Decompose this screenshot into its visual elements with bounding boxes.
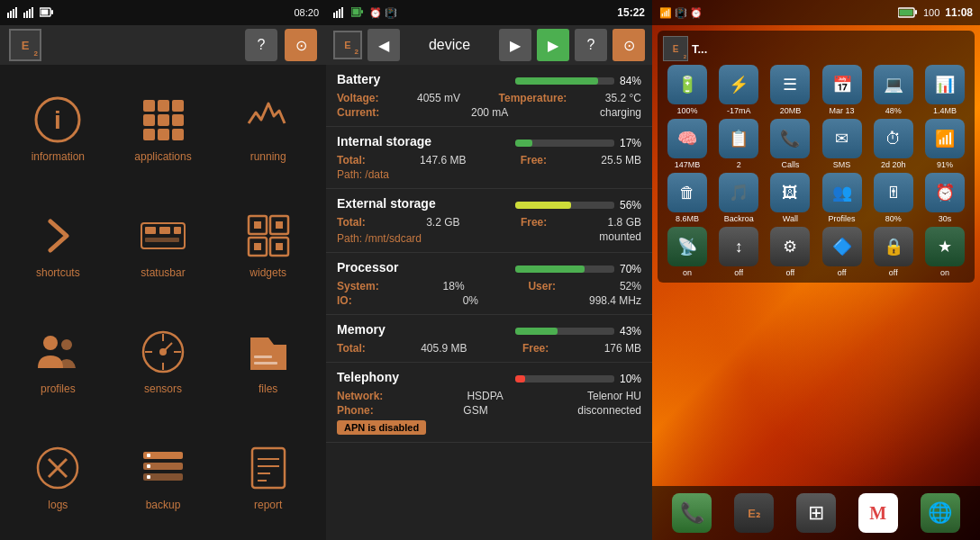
widget-icon-current[interactable]: ⚡ -17mA	[714, 65, 763, 115]
memory-section: Memory 43% Total: 405.9 MB Free: 176 MB	[326, 315, 652, 363]
e2-logo-right: E2	[663, 36, 688, 61]
telephony-row2: Phone: GSM disconnected	[337, 404, 641, 417]
grid-item-sensors[interactable]: sensors	[113, 304, 214, 417]
widget-icon-sync[interactable]: ↕ off	[714, 227, 763, 277]
grid-item-profiles[interactable]: profiles	[7, 304, 109, 417]
dock-e2[interactable]: E₂	[734, 493, 774, 533]
widget-icon-wifi[interactable]: 📡 on	[663, 227, 712, 277]
timer-widget-icon: ⏰	[925, 173, 965, 212]
external-pct: 56%	[620, 199, 641, 212]
widget-icon-date[interactable]: 📅 Mar 13	[818, 65, 867, 115]
svg-rect-5	[26, 11, 28, 18]
svg-rect-19	[143, 129, 155, 140]
dock-windows[interactable]: ⊞	[796, 493, 836, 533]
play-button[interactable]: ▶	[537, 29, 569, 61]
external-progress-fill	[515, 202, 571, 209]
svg-rect-3	[15, 7, 17, 18]
svg-rect-55	[252, 448, 285, 488]
widget-icon-cpu[interactable]: 💻 48%	[869, 65, 918, 115]
lock-widget-icon: 🔒	[874, 227, 913, 266]
svg-rect-53	[147, 464, 150, 468]
grid-item-applications[interactable]: applications	[113, 72, 214, 184]
telephony-pct: 10%	[620, 373, 641, 385]
widget-icon-tasks[interactable]: 📋 2	[714, 119, 763, 169]
widget-icon-sms[interactable]: ✉ SMS	[818, 119, 867, 169]
right-content: E2 T... 🔋 100% ⚡ -17mA ☰ 20MB 📅	[652, 25, 980, 486]
widget-icon-trash[interactable]: 🗑 8.6MB	[663, 173, 712, 223]
mid-time: 15:22	[617, 6, 645, 19]
grid-item-logs[interactable]: logs	[7, 420, 109, 533]
memory-progress-fill	[515, 328, 558, 335]
widget-icon-profiles[interactable]: 👥 Profiles	[818, 173, 867, 223]
svg-rect-65	[353, 9, 359, 15]
battery-row1: Voltage: 4055 mV Temperature: 35.2 °C	[337, 92, 641, 104]
widget-icon-lock[interactable]: 🔒 off	[869, 227, 918, 277]
uptime-widget-icon: ⏱	[874, 119, 913, 158]
widget-icon-wall[interactable]: 🖼 Wall	[766, 173, 814, 223]
memory-row1: Total: 405.9 MB Free: 176 MB	[337, 342, 641, 355]
widget-icon-star[interactable]: ★ on	[921, 227, 969, 277]
widget-icon-battery[interactable]: 🔋 100%	[663, 65, 712, 115]
grid-item-backup[interactable]: backup	[113, 420, 214, 533]
widget-icon-ram[interactable]: 🧠 147MB	[663, 119, 712, 169]
grid-item-running[interactable]: running	[217, 72, 319, 184]
svg-rect-16	[143, 114, 155, 126]
telephony-progress-fill	[515, 375, 525, 382]
wall-widget-icon: 🖼	[770, 173, 810, 212]
svg-rect-21	[172, 129, 184, 140]
svg-rect-60	[333, 13, 335, 18]
widget-icon-signal[interactable]: 📶 91%	[921, 119, 969, 169]
svg-rect-26	[145, 238, 179, 242]
help-button-left[interactable]: ?	[245, 29, 277, 61]
svg-rect-33	[254, 243, 261, 250]
settings-button-left[interactable]: ⊙	[285, 29, 317, 61]
svg-rect-15	[172, 100, 184, 112]
bottom-dock: 📞 E₂ ⊞ M 🌐	[652, 486, 980, 540]
backup-label: backup	[146, 499, 181, 511]
external-row2: Path: /mnt/sdcard mounted	[337, 230, 641, 245]
profiles-widget-icon: 👥	[822, 173, 862, 212]
widget-icon-music[interactable]: 🎵 Backroa	[714, 173, 763, 223]
widget-icon-calls[interactable]: 📞 Calls	[766, 119, 814, 169]
storage-widget-icon: ☰	[770, 65, 810, 104]
dock-globe[interactable]: 🌐	[921, 493, 960, 533]
dock-phone[interactable]: 📞	[672, 493, 712, 533]
shortcuts-label: shortcuts	[36, 266, 80, 279]
music-widget-icon: 🎵	[719, 173, 758, 212]
internal-progress-fill	[515, 140, 532, 147]
widget-icon-bluetooth[interactable]: 🔷 off	[818, 227, 867, 277]
left-status-icons	[7, 7, 54, 18]
svg-rect-25	[174, 227, 181, 234]
widget-icon-timer[interactable]: ⏰ 30s	[921, 173, 969, 223]
grid-item-widgets[interactable]: widgets	[217, 188, 319, 301]
svg-rect-14	[158, 100, 169, 112]
next-button[interactable]: ▶	[499, 29, 531, 61]
settings-button-mid[interactable]: ⊙	[612, 29, 645, 61]
grid-item-information[interactable]: i information	[7, 72, 109, 184]
svg-rect-20	[158, 129, 169, 140]
left-time: 08:20	[294, 7, 319, 18]
prev-button[interactable]: ◀	[368, 29, 400, 61]
internal-path: Path: /data	[337, 168, 641, 181]
grid-item-report[interactable]: report	[217, 420, 319, 533]
tasks-widget-icon: 📋	[719, 119, 758, 158]
svg-rect-1	[10, 11, 12, 18]
right-panel: 📶 📳 ⏰ 100 11:08 E2 T... 🔋 100% ⚡ -17mA	[652, 0, 980, 540]
widget-title: T...	[692, 42, 707, 56]
processor-row1: System: 18% User: 52%	[337, 280, 641, 292]
widget-icon-usb[interactable]: ⚙ off	[766, 227, 814, 277]
svg-rect-4	[23, 13, 25, 18]
grid-item-shortcuts[interactable]: shortcuts	[7, 188, 109, 301]
info-scroll[interactable]: Battery 84% Voltage: 4055 mV Temperature…	[326, 65, 652, 540]
dock-gmail[interactable]: M	[858, 493, 898, 533]
widget-icon-storage[interactable]: ☰ 20MB	[766, 65, 814, 115]
right-status-icons: 📶 📳 ⏰	[659, 7, 703, 19]
help-button-mid[interactable]: ?	[575, 29, 607, 61]
widget-icon-data[interactable]: 📊 1.4MB	[921, 65, 969, 115]
widget-icon-uptime[interactable]: ⏱ 2d 20h	[869, 119, 918, 169]
widget-icon-volume[interactable]: 🎚 80%	[869, 173, 918, 223]
internal-storage-section: Internal storage 17% Total: 147.6 MB Fre…	[326, 127, 652, 189]
grid-item-files[interactable]: files	[217, 304, 319, 417]
svg-rect-66	[361, 10, 363, 14]
grid-item-statusbar[interactable]: statusbar	[113, 188, 214, 301]
